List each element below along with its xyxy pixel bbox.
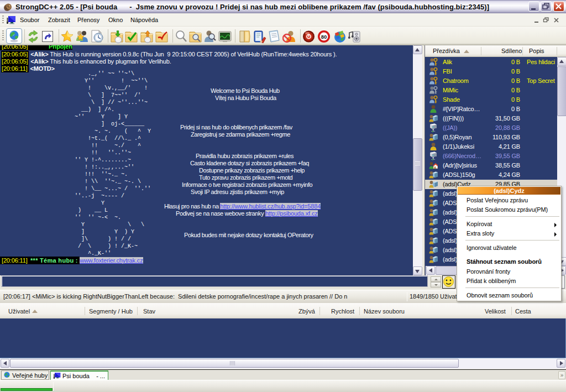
svg-text:80: 80 <box>321 34 327 40</box>
